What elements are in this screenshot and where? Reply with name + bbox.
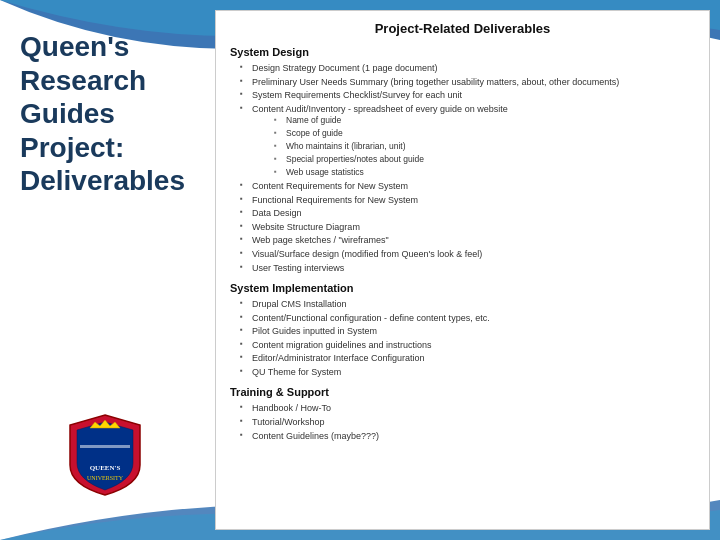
section-heading-system-impl: System Implementation bbox=[230, 282, 695, 294]
logo-area: QUEEN'S UNIVERSITY bbox=[20, 410, 190, 520]
list-item: Tutorial/Workshop bbox=[240, 416, 695, 428]
right-panel: Project-Related Deliverables System Desi… bbox=[215, 10, 710, 530]
sub-list: Name of guide Scope of guide Who maintai… bbox=[252, 115, 695, 178]
svg-rect-0 bbox=[80, 445, 130, 448]
list-item: Pilot Guides inputted in System bbox=[240, 325, 695, 337]
title-line1: Queen's bbox=[20, 31, 129, 62]
list-item: Content Audit/Inventory - spreadsheet of… bbox=[240, 103, 695, 178]
system-impl-list: Drupal CMS Installation Content/Function… bbox=[230, 298, 695, 378]
list-item: Drupal CMS Installation bbox=[240, 298, 695, 310]
title-line3: Guides bbox=[20, 98, 115, 129]
svg-text:UNIVERSITY: UNIVERSITY bbox=[87, 475, 124, 481]
list-item: System Requirements Checklist/Survey for… bbox=[240, 89, 695, 101]
panel-title: Project-Related Deliverables bbox=[230, 21, 695, 36]
list-item: Data Design bbox=[240, 207, 695, 219]
list-item: Web usage statistics bbox=[274, 167, 695, 178]
training-list: Handbook / How-To Tutorial/Workshop Cont… bbox=[230, 402, 695, 441]
list-item: QU Theme for System bbox=[240, 366, 695, 378]
system-design-list: Design Strategy Document (1 page documen… bbox=[230, 62, 695, 274]
list-item: Content/Functional configuration - defin… bbox=[240, 312, 695, 324]
title-line2: Research bbox=[20, 65, 146, 96]
left-panel: Queen's Research Guides Project: Deliver… bbox=[0, 0, 210, 540]
list-item: Website Structure Diagram bbox=[240, 221, 695, 233]
list-item: Scope of guide bbox=[274, 128, 695, 139]
list-item: Who maintains it (librarian, unit) bbox=[274, 141, 695, 152]
title-line5: Deliverables bbox=[20, 165, 185, 196]
title-block: Queen's Research Guides Project: Deliver… bbox=[20, 30, 190, 198]
svg-text:QUEEN'S: QUEEN'S bbox=[90, 464, 121, 472]
list-item: Content Guidelines (maybe???) bbox=[240, 430, 695, 442]
list-item: Content Requirements for New System bbox=[240, 180, 695, 192]
list-item: Content migration guidelines and instruc… bbox=[240, 339, 695, 351]
section-heading-system-design: System Design bbox=[230, 46, 695, 58]
section-heading-training: Training & Support bbox=[230, 386, 695, 398]
list-item: User Testing interviews bbox=[240, 262, 695, 274]
page-title: Queen's Research Guides Project: Deliver… bbox=[20, 30, 190, 198]
queens-logo: QUEEN'S UNIVERSITY bbox=[60, 410, 150, 500]
list-item: Visual/Surface design (modified from Que… bbox=[240, 248, 695, 260]
list-item: Handbook / How-To bbox=[240, 402, 695, 414]
list-item: Web page sketches / "wireframes" bbox=[240, 234, 695, 246]
list-item: Functional Requirements for New System bbox=[240, 194, 695, 206]
list-item: Design Strategy Document (1 page documen… bbox=[240, 62, 695, 74]
title-line4: Project: bbox=[20, 132, 124, 163]
list-item: Preliminary User Needs Summary (bring to… bbox=[240, 76, 695, 88]
list-item: Special properties/notes about guide bbox=[274, 154, 695, 165]
list-item: Editor/Administrator Interface Configura… bbox=[240, 352, 695, 364]
list-item: Name of guide bbox=[274, 115, 695, 126]
